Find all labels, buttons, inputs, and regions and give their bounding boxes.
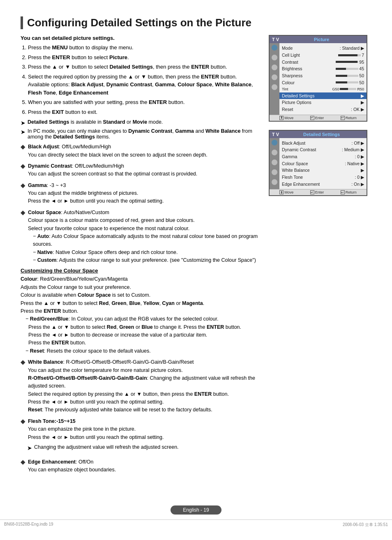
bullet-colour-space-desc: Colour space is a colour matrix composed…	[28, 217, 195, 231]
bullet-gamma-title: Gamma	[28, 182, 47, 188]
colour-sub-section: Colour: Red/Green/Blue/Yellow/Cyan/Magen…	[21, 275, 261, 355]
page-wrapper: Configuring Detailed Settings on the Pic…	[0, 0, 392, 540]
tv-item-dynamic-contrast-label: Dynamic Contrast	[282, 147, 316, 153]
footer-right: 2008-06-03 오후 1:35:51	[343, 522, 388, 528]
footer-return-label-2: Return	[346, 190, 357, 194]
tv-item-colour-value: 50	[336, 80, 364, 86]
tv-icon-d5	[271, 179, 278, 185]
bullet-edge-enhancement: ◆ Edge Enhancement: Off/On You can empha…	[21, 458, 261, 474]
tv-icon-d1	[271, 139, 278, 146]
tv-menu-icons-1	[270, 43, 279, 114]
tv-item-detailed-arrow: ▶	[361, 93, 364, 99]
bullet-black-adjust-title: Black Adjust	[28, 144, 59, 150]
tv-item-mode: Mode : Standard ▶	[282, 45, 364, 52]
tv-menu-container: T V Picture	[269, 35, 371, 196]
bullet-icon-2: ◆	[21, 162, 25, 170]
tv-item-contrast: Contrast 95	[282, 59, 364, 66]
tv-item-contrast-value: 95	[336, 59, 364, 65]
tv-menu-detailed-body: Black Adjust : Off ▶ Dynamic Contrast : …	[270, 138, 367, 189]
arrow-icon-3: ➤	[27, 444, 32, 453]
flesh-tone-note: ➤ Changing the adjustment value will ref…	[27, 443, 179, 453]
step-5: When you are satisfied with your setting…	[28, 98, 261, 106]
tv-item-brightness: Brightness 45	[282, 65, 364, 72]
sub-auto: − Auto: Auto Colour Space automatically …	[33, 233, 261, 249]
bullet-dynamic-contrast-desc: You can adjust the screen contrast so th…	[28, 171, 197, 177]
tv-item-flesh-tone-value: : 0 ▶	[355, 174, 364, 180]
bullet-gamma-desc: You can adjust the middle brightness of …	[28, 190, 164, 204]
bullet-gamma-content: Gamma: -3 ~ +3 You can adjust the middle…	[28, 182, 164, 205]
steps-list: Press the MENU button to display the men…	[21, 44, 261, 116]
tv-item-reset-value: : OK ▶	[351, 106, 364, 113]
tv-header-left-2: T V	[272, 132, 279, 137]
tv-item-flesh-tone: Flesh Tone : 0 ▶	[282, 174, 364, 181]
tv-item-mode-value: : Standard ▶	[340, 45, 364, 51]
footer-move-icon-2: ⬍	[279, 190, 284, 194]
bullet-icon-3: ◆	[21, 182, 25, 189]
tv-menu-picture: T V Picture	[269, 35, 367, 121]
note-standard-movie: ➤ Detailed Settings is available in Stan…	[21, 119, 261, 126]
bullet-black-adjust-desc: You can directly select the black level …	[28, 152, 208, 158]
right-col: T V Picture	[269, 35, 371, 196]
bullet-dynamic-contrast-content: Dynamic Contrast: Off/Low/Medium/High Yo…	[28, 162, 197, 178]
tv-item-detailed-label: Detailed Settings	[282, 93, 314, 99]
tv-item-edge-enhancement-value: : On ▶	[351, 181, 364, 187]
tv-item-sharpness-label: Sharpness	[282, 73, 302, 79]
tv-icon-2	[271, 54, 278, 61]
tv-item-gamma-value: : 0 ▶	[355, 154, 364, 160]
tv-item-reset: Reset : OK ▶	[282, 106, 364, 113]
bullet-colour-space-title: Colour Space	[28, 210, 61, 215]
tv-item-colour-space-label: Colour Space	[282, 161, 308, 167]
tv-menu-picture-header: T V Picture	[270, 36, 367, 43]
tv-menu-picture-items: Mode : Standard ▶ Cell Light 7	[279, 43, 367, 114]
bullet-white-balance: ◆ White Balance: R-Offset/G-Offset/B-Off…	[21, 358, 261, 414]
tv-item-dynamic-contrast-value: : Medium ▶	[342, 147, 364, 153]
tv-icon-d4	[271, 169, 278, 175]
bullet-black-adjust: ◆ Black Adjust: Off/Low/Medium/High You …	[21, 143, 261, 159]
footer-enter-2: ↵ Enter	[310, 190, 324, 194]
page-title: Configuring Detailed Settings on the Pic…	[27, 16, 251, 29]
content-area: You can set detailed picture settings. P…	[21, 35, 371, 476]
bullet-gamma: ◆ Gamma: -3 ~ +3 You can adjust the midd…	[21, 182, 261, 205]
tv-menu-detailed-footer: ⬍ Move ↵ Enter ↩ Return	[270, 189, 367, 195]
tv-item-picture-options: Picture Options ▶	[282, 99, 364, 106]
step-6: Press the EXIT button to exit.	[28, 108, 261, 116]
bullet-icon-1: ◆	[21, 143, 25, 150]
tv-item-black-adjust: Black Adjust : Off ▶	[282, 140, 364, 147]
tv-icon-4	[271, 74, 278, 81]
bullet-icon-4: ◆	[21, 209, 25, 216]
bullet-white-balance-content: White Balance: R-Offset/G-Offset/B-Offse…	[28, 358, 261, 414]
tv-item-black-adjust-value: : Off ▶	[351, 140, 364, 146]
title-accent	[21, 16, 23, 29]
bullet-edge-enhancement-content: Edge Enhancement: Off/On You can emphasi…	[28, 458, 116, 474]
title-bar: Configuring Detailed Settings on the Pic…	[21, 16, 371, 29]
flesh-tone-note-text: Changing the adjustment value will refre…	[34, 443, 179, 451]
tv-header-title-2: Detailed Settings	[303, 132, 340, 137]
footer-left: BN68-01528B-Eng.indb 19	[4, 522, 53, 528]
bullet-flesh-tone-content: Flesh Tone:-15~+15 You can emphasize the…	[28, 418, 179, 455]
intro-bold: You can set detailed picture settings.	[21, 35, 261, 41]
footer-return-icon-2: ↩	[341, 190, 345, 194]
tv-menu-picture-body: Mode : Standard ▶ Cell Light 7	[270, 43, 367, 114]
footer-return-2: ↩ Return	[341, 190, 357, 194]
tv-item-colour-space: Colour Space : Native ▶	[282, 160, 364, 167]
bullet-colour-space: ◆ Colour Space: Auto/Native/Custom Colou…	[21, 209, 261, 265]
tv-item-edge-enhancement: Edge Enhancement : On ▶	[282, 181, 364, 188]
bullet-icon-6: ◆	[21, 418, 25, 425]
page-number-badge: English - 19	[171, 505, 221, 515]
tv-item-detailed-settings: Detailed Settings ▶	[279, 92, 367, 99]
step-4: Select the required option by pressing t…	[28, 73, 261, 97]
footer-enter-label-1: Enter	[315, 116, 324, 120]
bullet-icon-7: ◆	[21, 458, 25, 466]
tv-item-dynamic-contrast: Dynamic Contrast : Medium ▶	[282, 146, 364, 153]
sub-reset: − Reset: Resets the colour space to the …	[25, 347, 261, 355]
page-bottom: English - 19 BN68-01528B-Eng.indb 19 200…	[0, 505, 392, 528]
tv-item-picture-options-arrow: ▶	[361, 99, 364, 106]
tv-menu-picture-footer: ⬍ Move ↵ Enter ↩ Return	[270, 115, 367, 121]
tv-icon-3	[271, 64, 278, 71]
tv-item-colour-space-value: : Native ▶	[345, 161, 364, 167]
note1-text: Detailed Settings is available in Standa…	[28, 119, 163, 125]
step-2: Press the ENTER button to select Picture…	[28, 53, 261, 62]
tv-item-gamma: Gamma : 0 ▶	[282, 153, 364, 160]
footer-move-2: ⬍ Move	[279, 190, 293, 194]
tv-header-title-1: Picture	[314, 37, 329, 42]
